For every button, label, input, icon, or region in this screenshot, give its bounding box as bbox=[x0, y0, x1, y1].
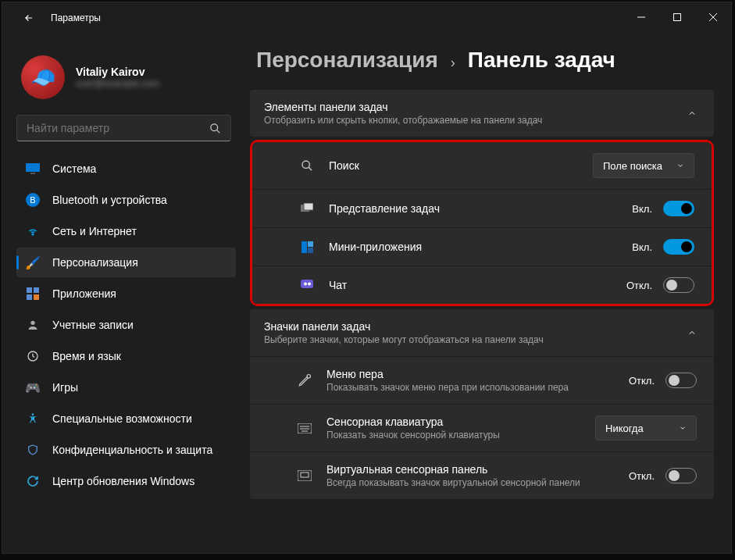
svg-rect-19 bbox=[304, 203, 313, 210]
svg-point-8 bbox=[32, 234, 34, 235]
row-sublabel: Показывать значок меню пера при использо… bbox=[326, 382, 629, 393]
dropdown-value: Поле поиска bbox=[603, 160, 662, 172]
search-mode-dropdown[interactable]: Поле поиска bbox=[593, 153, 694, 178]
search-icon bbox=[299, 159, 315, 172]
chat-icon bbox=[299, 280, 315, 291]
profile-name: Vitaliy Kairov bbox=[76, 66, 159, 78]
search-input-wrapper[interactable] bbox=[16, 115, 231, 141]
paintbrush-icon: 🖌️ bbox=[26, 255, 40, 269]
bluetooth-icon: B bbox=[26, 193, 40, 207]
chevron-down-icon bbox=[676, 162, 684, 169]
svg-rect-1 bbox=[674, 14, 681, 21]
keyboard-icon bbox=[297, 423, 312, 433]
row-label: Меню пера bbox=[326, 368, 629, 380]
svg-point-13 bbox=[30, 321, 34, 325]
section-title: Элементы панели задач bbox=[264, 101, 687, 113]
display-icon bbox=[26, 162, 40, 176]
breadcrumb: Персонализация › Панель задач bbox=[256, 48, 714, 73]
sidebar-item-label: Учетные записи bbox=[52, 319, 134, 331]
breadcrumb-parent[interactable]: Персонализация bbox=[256, 48, 438, 73]
sidebar-item-label: Приложения bbox=[52, 287, 116, 300]
sidebar-item-time[interactable]: Время и язык bbox=[16, 341, 236, 371]
profile-email: user@example.com bbox=[76, 78, 159, 89]
row-label: Поиск bbox=[329, 159, 593, 172]
touch-keyboard-dropdown[interactable]: Никогда bbox=[595, 416, 697, 441]
svg-rect-10 bbox=[34, 287, 39, 293]
sidebar-item-label: Bluetooth и устройства bbox=[52, 194, 167, 206]
maximize-button[interactable] bbox=[659, 2, 695, 32]
task-view-toggle[interactable] bbox=[663, 201, 694, 216]
sidebar-item-apps[interactable]: Приложения bbox=[16, 279, 236, 309]
svg-rect-32 bbox=[301, 473, 309, 477]
section-taskbar-items-header[interactable]: Элементы панели задач Отобразить или скр… bbox=[250, 90, 714, 137]
row-pen-menu: Меню пера Показывать значок меню пера пр… bbox=[250, 356, 714, 404]
person-icon bbox=[26, 318, 40, 332]
sidebar-item-label: Сеть и Интернет bbox=[52, 225, 137, 237]
sidebar-item-update[interactable]: Центр обновления Windows bbox=[16, 466, 236, 496]
pen-icon bbox=[297, 373, 312, 387]
sidebar-item-label: Система bbox=[52, 162, 96, 175]
pen-menu-toggle[interactable] bbox=[665, 373, 697, 388]
row-label: Представление задач bbox=[329, 202, 632, 215]
chevron-right-icon: › bbox=[451, 55, 455, 71]
window-title: Параметры bbox=[51, 12, 101, 23]
svg-line-17 bbox=[309, 167, 312, 170]
toggle-state: Откл. bbox=[629, 470, 655, 482]
row-chat: Чат Откл. bbox=[252, 266, 712, 304]
sidebar-item-network[interactable]: Сеть и Интернет bbox=[16, 216, 236, 246]
sidebar-item-accounts[interactable]: Учетные записи bbox=[16, 310, 236, 340]
search-icon bbox=[209, 123, 221, 134]
sidebar-item-label: Специальные возможности bbox=[52, 412, 192, 425]
sidebar-item-label: Игры bbox=[52, 381, 78, 394]
sidebar-item-label: Время и язык bbox=[52, 350, 121, 362]
row-label: Чат bbox=[329, 279, 626, 291]
svg-point-24 bbox=[304, 283, 307, 286]
gamepad-icon: 🎮 bbox=[26, 380, 40, 394]
chat-toggle[interactable] bbox=[663, 277, 694, 293]
svg-point-25 bbox=[308, 283, 311, 286]
section-taskbar-icons-header[interactable]: Значки панели задач Выберите значки, кот… bbox=[250, 309, 714, 356]
wifi-icon bbox=[26, 224, 40, 238]
shield-icon bbox=[26, 443, 40, 457]
svg-rect-9 bbox=[27, 287, 32, 293]
widgets-toggle[interactable] bbox=[663, 239, 694, 255]
toggle-state: Откл. bbox=[626, 280, 652, 291]
profile-block[interactable]: 🧢 Vitaliy Kairov user@example.com bbox=[16, 41, 236, 112]
back-button[interactable] bbox=[21, 10, 37, 26]
avatar: 🧢 bbox=[21, 55, 65, 99]
row-search: Поиск Поле поиска bbox=[252, 142, 712, 189]
section-title: Значки панели задач bbox=[264, 320, 687, 333]
section-subtitle: Отобразить или скрыть кнопки, отображаем… bbox=[264, 115, 687, 126]
sidebar-item-system[interactable]: Система bbox=[16, 154, 236, 184]
svg-rect-7 bbox=[30, 173, 35, 174]
minimize-button[interactable] bbox=[623, 2, 659, 32]
svg-rect-21 bbox=[308, 241, 313, 247]
close-button[interactable] bbox=[695, 2, 731, 32]
search-input[interactable] bbox=[27, 122, 209, 134]
apps-icon bbox=[26, 287, 40, 301]
sidebar-item-label: Центр обновления Windows bbox=[52, 475, 194, 487]
section-subtitle: Выберите значки, которые могут отображат… bbox=[264, 334, 687, 345]
row-label: Мини-приложения bbox=[329, 241, 632, 253]
breadcrumb-current: Панель задач bbox=[468, 48, 615, 73]
svg-rect-12 bbox=[34, 294, 39, 300]
sidebar-item-label: Конфиденциальность и защита bbox=[52, 444, 212, 456]
svg-rect-22 bbox=[308, 248, 313, 253]
highlight-box: Поиск Поле поиска Представление задач Вк… bbox=[250, 140, 714, 306]
sidebar-item-gaming[interactable]: 🎮Игры bbox=[16, 373, 236, 402]
chevron-down-icon bbox=[679, 424, 687, 432]
svg-point-15 bbox=[32, 413, 34, 416]
svg-point-4 bbox=[211, 123, 218, 130]
sidebar-item-accessibility[interactable]: Специальные возможности bbox=[16, 404, 236, 433]
row-virtual-touchpad: Виртуальная сенсорная панель Всегда пока… bbox=[250, 451, 714, 499]
row-label: Сенсорная клавиатура bbox=[326, 416, 595, 428]
sidebar-item-bluetooth[interactable]: BBluetooth и устройства bbox=[16, 185, 236, 215]
task-view-icon bbox=[299, 203, 315, 214]
sidebar-item-personalization[interactable]: 🖌️Персонализация bbox=[16, 248, 236, 277]
virtual-touchpad-toggle[interactable] bbox=[665, 468, 697, 483]
update-icon bbox=[26, 474, 40, 488]
row-sublabel: Всегда показывать значок виртуальной сен… bbox=[326, 477, 629, 488]
accessibility-icon bbox=[26, 412, 40, 426]
sidebar-item-privacy[interactable]: Конфиденциальность и защита bbox=[16, 435, 236, 465]
sidebar-item-label: Персонализация bbox=[52, 256, 138, 269]
